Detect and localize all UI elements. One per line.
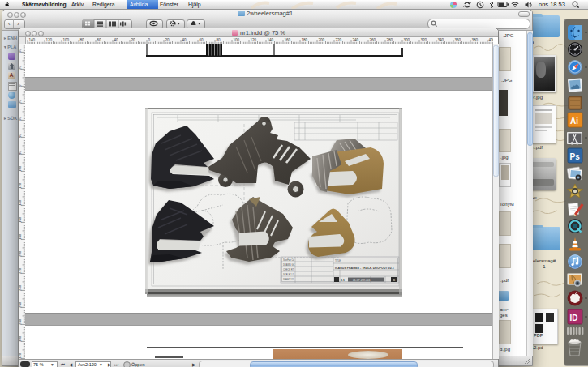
- svg-text:260: 260: [19, 301, 22, 308]
- svg-text:60: 60: [97, 38, 102, 42]
- svg-text:0: 0: [148, 38, 151, 42]
- svg-text:40: 40: [182, 38, 187, 42]
- svg-text:320: 320: [19, 352, 22, 359]
- svg-text:120: 120: [46, 38, 53, 42]
- svg-text:40: 40: [19, 49, 22, 53]
- svg-text:140: 140: [19, 199, 22, 206]
- svg-text:340: 340: [438, 38, 444, 42]
- svg-text:20: 20: [19, 100, 22, 104]
- svg-text:400: 400: [489, 38, 494, 42]
- svg-text:100: 100: [63, 38, 70, 42]
- svg-text:280: 280: [387, 38, 393, 42]
- svg-text:320: 320: [421, 38, 427, 42]
- svg-text:60: 60: [200, 38, 204, 42]
- svg-text:80: 80: [19, 151, 22, 155]
- svg-text:100: 100: [234, 38, 240, 42]
- svg-text:180: 180: [302, 38, 308, 42]
- svg-text:80: 80: [217, 38, 221, 42]
- svg-text:280: 280: [19, 318, 22, 325]
- svg-text:180: 180: [19, 233, 22, 240]
- svg-text:380: 380: [472, 38, 479, 42]
- svg-text:ICARUS FRAMES - TRACK DROPOUT: ICARUS FRAMES - TRACK DROPOUT v2.1: [335, 267, 394, 270]
- svg-text:2:1: 2:1: [341, 279, 345, 282]
- svg-text:140: 140: [29, 38, 36, 42]
- svg-text:300: 300: [404, 38, 410, 42]
- svg-text:ScotFab Co: ScotFab Co: [283, 258, 294, 262]
- svg-text:20: 20: [165, 38, 170, 42]
- svg-text:160: 160: [19, 216, 22, 223]
- svg-text:200: 200: [19, 250, 22, 257]
- svg-text:40: 40: [114, 38, 119, 42]
- svg-text:20: 20: [19, 66, 22, 70]
- svg-text:01-CF-239-001: 01-CF-239-001: [353, 279, 371, 282]
- svg-text:SCALE 1:1: SCALE 1:1: [283, 273, 294, 276]
- svg-text:CHECK RT: CHECK RT: [283, 268, 294, 271]
- svg-text:100: 100: [19, 165, 22, 172]
- svg-text:40: 40: [19, 117, 22, 121]
- svg-text:B: B: [393, 278, 396, 282]
- svg-text:240: 240: [19, 284, 22, 291]
- svg-text:TITLE: TITLE: [335, 259, 341, 262]
- svg-text:Ai: Ai: [570, 117, 578, 126]
- svg-text:200: 200: [319, 38, 325, 42]
- svg-text:ID: ID: [570, 314, 578, 322]
- svg-text:20: 20: [131, 38, 136, 42]
- svg-text:80: 80: [80, 38, 85, 42]
- svg-text:Ps: Ps: [570, 152, 581, 161]
- svg-text:220: 220: [19, 267, 22, 274]
- svg-text:360: 360: [455, 38, 461, 42]
- svg-text:60: 60: [19, 134, 22, 138]
- svg-text:220: 220: [336, 38, 342, 42]
- svg-text:120: 120: [19, 182, 22, 189]
- svg-text:DRAWN GC: DRAWN GC: [283, 263, 294, 267]
- svg-text:160: 160: [285, 38, 291, 42]
- svg-text:240: 240: [353, 38, 359, 42]
- svg-text:0: 0: [19, 84, 22, 87]
- svg-text:260: 260: [370, 38, 376, 42]
- svg-text:140: 140: [268, 38, 274, 42]
- svg-text:300: 300: [19, 335, 22, 342]
- svg-text:SHEET 1/1: SHEET 1/1: [283, 278, 294, 281]
- svg-text:120: 120: [251, 38, 257, 42]
